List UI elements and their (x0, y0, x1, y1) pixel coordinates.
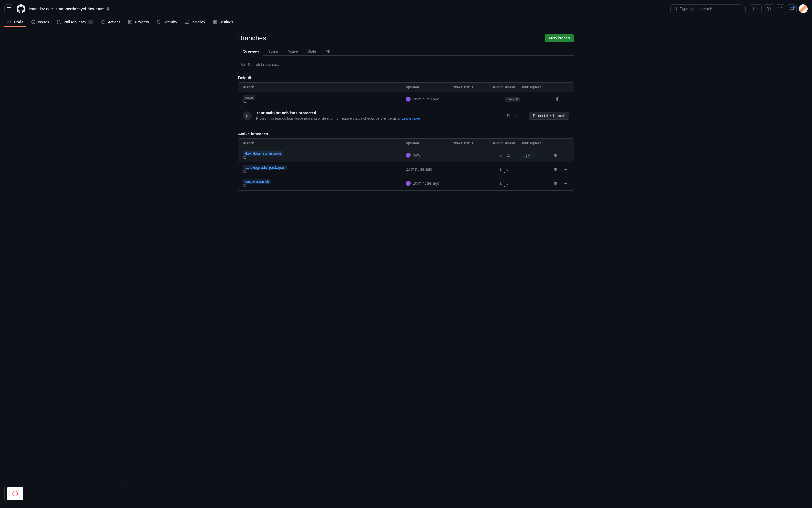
svg-point-1 (33, 22, 34, 23)
more-button[interactable] (562, 151, 569, 159)
recording-widget[interactable] (4, 485, 126, 503)
nav-settings[interactable]: Settings (210, 18, 236, 27)
cell-actions (549, 179, 569, 187)
svg-point-12 (565, 183, 566, 184)
nav-insights[interactable]: Insights (182, 18, 207, 27)
pulls-button[interactable] (776, 4, 785, 13)
th-updated: Updated (406, 141, 453, 145)
nav-projects-label: Projects (135, 20, 149, 24)
more-button[interactable] (562, 179, 569, 187)
branch-name-link[interactable]: main (243, 95, 255, 100)
default-badge: Default (505, 97, 520, 102)
cell-updated: 20 minutes ago (406, 167, 453, 171)
cell-actions (554, 95, 571, 103)
kebab-icon (563, 153, 567, 157)
kebab-icon (563, 167, 567, 171)
ahead-bar (504, 158, 521, 159)
protect-desc-text: Protect this branch from force pushing o… (256, 116, 402, 120)
more-button[interactable] (562, 165, 569, 173)
default-section-title: Default (238, 76, 574, 80)
global-search[interactable]: Type / to search (670, 4, 742, 13)
new-branch-button[interactable]: New branch (545, 34, 574, 42)
active-section-title: Active branches (238, 132, 574, 136)
default-table: Branch Updated Check status Behind Ahead… (238, 82, 574, 125)
user-avatar[interactable] (799, 4, 808, 13)
menu-button[interactable] (4, 4, 13, 13)
table-row: main 20 minutes ago Default (238, 92, 574, 106)
author-avatar[interactable] (406, 97, 411, 101)
play-icon (101, 20, 106, 24)
repo-link[interactable]: nouserdocsyet-dev-docs (58, 7, 105, 11)
drag-dots-icon (8, 489, 9, 498)
th-check: Check status (453, 85, 491, 89)
tab-stale[interactable]: Stale (303, 47, 321, 56)
repo-nav: Code Issues Pull requests 1 Actions Proj… (0, 18, 812, 27)
trash-icon (554, 167, 557, 171)
branch-name-link[interactable]: customsearch (243, 179, 271, 184)
th-behind: Behind (491, 85, 504, 89)
pr-number: #1 (528, 153, 532, 157)
table-row: tim/upgrade-packages 20 minutes ago 1 1 (238, 162, 574, 176)
author-avatar[interactable] (406, 153, 411, 158)
github-logo-icon[interactable] (16, 4, 26, 13)
copy-button[interactable] (243, 170, 406, 173)
cell-ahead: 1 (504, 181, 516, 185)
lock-icon (106, 7, 110, 11)
branch-name-link[interactable]: tim/upgrade-packages (243, 165, 287, 170)
delete-button[interactable] (552, 151, 559, 159)
th-check: Check status (453, 141, 491, 145)
table-row: dev-docs-reference now 0 15 #1 (238, 148, 574, 162)
branch-name-link[interactable]: dev-docs-reference (243, 151, 283, 156)
protect-banner: Your main branch isn't protected Protect… (238, 106, 574, 125)
tab-active[interactable]: Active (283, 47, 303, 56)
org-link[interactable]: team-dev-docs (29, 7, 54, 11)
create-new-button[interactable] (749, 4, 762, 13)
copy-button[interactable] (243, 183, 406, 187)
tab-all[interactable]: All (321, 47, 335, 56)
author-avatar[interactable] (406, 181, 411, 186)
delete-button[interactable] (552, 165, 559, 173)
cell-ahead: Default (504, 97, 520, 101)
copy-button[interactable] (243, 156, 406, 159)
cell-actions (549, 151, 569, 159)
delete-button[interactable] (554, 95, 561, 103)
ahead-count: 15 (505, 154, 511, 157)
learn-more-link[interactable]: Learn more (402, 116, 420, 120)
copy-icon (243, 170, 247, 173)
issues-button[interactable] (764, 4, 773, 13)
nav-security[interactable]: Security (154, 18, 180, 27)
tab-overview[interactable]: Overview (238, 47, 263, 56)
search-icon (673, 7, 678, 11)
copy-button[interactable] (243, 99, 406, 103)
nav-settings-label: Settings (219, 20, 233, 24)
pr-link[interactable]: #1 (522, 153, 534, 158)
protect-branch-button[interactable]: Protect this branch (529, 112, 569, 120)
behind-count: 0 (498, 154, 503, 157)
nav-code[interactable]: Code (4, 18, 26, 27)
svg-point-0 (768, 8, 769, 9)
th-pr: Pull request (516, 141, 549, 145)
nav-issues[interactable]: Issues (29, 18, 52, 27)
dismiss-button[interactable]: Dismiss (503, 112, 524, 119)
search-icon (241, 62, 246, 67)
record-icon (12, 491, 18, 496)
cell-behind: 0 (491, 153, 504, 157)
nav-actions-label: Actions (108, 20, 120, 24)
search-branches-input[interactable] (248, 62, 571, 67)
th-actions (549, 85, 569, 89)
updated-text: 20 minutes ago (413, 181, 439, 185)
th-actions (549, 141, 569, 145)
cell-behind: 1 (491, 167, 504, 171)
nav-actions[interactable]: Actions (98, 18, 123, 27)
gear-icon (213, 20, 217, 24)
notifications-button[interactable] (787, 4, 797, 13)
behind-count: 1 (498, 182, 503, 185)
tab-yours[interactable]: Yours (263, 47, 283, 56)
more-button[interactable] (563, 95, 571, 103)
th-pr: Pull request (516, 85, 549, 89)
delete-button[interactable] (552, 179, 559, 187)
breadcrumb: team-dev-docs / nouserdocsyet-dev-docs (29, 7, 110, 11)
nav-projects[interactable]: Projects (125, 18, 152, 27)
search-branches[interactable] (238, 60, 574, 69)
nav-pulls[interactable]: Pull requests 1 (54, 18, 96, 27)
